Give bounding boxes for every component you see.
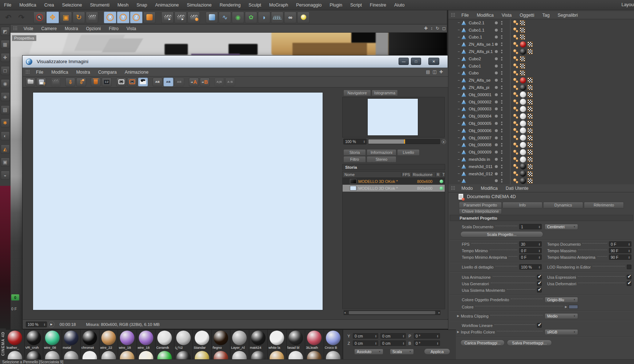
colore-oggetto-dropdown[interactable]: Grigio-Blu <box>545 297 578 303</box>
expand-icon[interactable]: − <box>458 143 461 147</box>
expand-icon[interactable]: − <box>458 35 461 39</box>
phong-tag-icon[interactable] <box>513 85 518 90</box>
phong-tag-icon[interactable] <box>513 63 518 69</box>
expand-icon[interactable]: − <box>458 172 461 176</box>
rot-b-field[interactable]: 0 ° <box>414 340 440 346</box>
sphere-tool-icon[interactable]: ◉ <box>1 79 10 88</box>
history-scrollbar[interactable]: ◂▸ <box>344 310 440 315</box>
expand-icon[interactable]: − <box>458 136 461 140</box>
render-picture-viewer-icon[interactable] <box>174 12 187 23</box>
object-manager-menu-item[interactable]: Oggetti <box>516 13 538 18</box>
menu-item[interactable]: Plugin <box>326 3 346 8</box>
menu-item[interactable]: Aiuto <box>390 3 409 8</box>
object-row[interactable]: − Cubo2 <box>448 55 634 62</box>
uvw-tag-icon[interactable] <box>528 85 533 90</box>
object-row[interactable]: − Obj_000002 <box>448 98 634 106</box>
half-tool-icon[interactable]: ◒ <box>1 171 10 180</box>
phong-tag-icon[interactable] <box>513 135 518 140</box>
material-tag-icon[interactable] <box>520 163 526 169</box>
mograph-icon[interactable]: ✿ <box>245 12 257 23</box>
object-row[interactable]: − ZN_Alfa_pi <box>448 84 634 91</box>
panel-grip-icon[interactable] <box>451 186 455 191</box>
material-tag-icon[interactable] <box>520 178 526 184</box>
visibility-dots[interactable] <box>495 129 509 132</box>
expand-icon[interactable]: − <box>458 114 461 118</box>
object-row[interactable]: − Cubo1 <box>448 62 634 70</box>
scale-tool-icon[interactable]: ▣ <box>60 12 72 23</box>
rot-p-field[interactable]: 0 ° <box>414 333 440 339</box>
visibility-dots[interactable] <box>495 165 509 168</box>
toggle-view-icon[interactable]: ◻ <box>442 26 446 31</box>
phong-tag-icon[interactable] <box>513 106 518 112</box>
expand-layout-icon[interactable]: ✚ <box>439 69 443 74</box>
load-render-icon[interactable]: ⇩ <box>65 78 75 86</box>
viewport-camera-label[interactable]: Prospettiva <box>12 35 36 41</box>
object-row[interactable]: − ZN_Alfa_pi.1 <box>448 48 634 55</box>
frame-tool-icon[interactable]: ◻ <box>1 66 10 75</box>
rotate-view-icon[interactable]: ↻ <box>436 26 439 31</box>
visibility-dots[interactable] <box>495 93 509 97</box>
tab-dynamics[interactable]: Dynamics <box>543 202 583 208</box>
material-swatch[interactable] <box>212 350 231 359</box>
menu-item[interactable]: Strumenti <box>86 3 114 8</box>
expand-icon[interactable]: − <box>458 150 461 154</box>
menu-item[interactable]: Simulazione <box>183 3 215 8</box>
redo-icon[interactable]: ↷ <box>15 12 28 23</box>
material-swatch[interactable]: mat424 <box>249 330 268 350</box>
undo-icon[interactable]: ↶ <box>2 12 15 23</box>
viewport-menu-item[interactable]: Mostra <box>61 26 82 31</box>
visibility-dots[interactable] <box>495 158 509 161</box>
selection-tool-icon[interactable]: ◩ <box>1 27 10 36</box>
tab-filtro[interactable]: Filtro <box>343 156 366 163</box>
viewport-menu-item[interactable]: Opzioni <box>82 26 105 31</box>
material-tag-icon[interactable] <box>520 41 526 48</box>
grid-tool-icon[interactable]: ▦ <box>1 40 10 49</box>
visibility-dots[interactable] <box>495 42 509 46</box>
object-row[interactable]: − ZN_Alfa_se.1 <box>448 41 634 48</box>
object-row[interactable]: − Obj_000005 <box>448 120 634 127</box>
open-image-icon[interactable] <box>25 78 35 86</box>
panel-grip-icon[interactable] <box>451 13 455 17</box>
wrench-tool-icon[interactable]: ✱ <box>1 118 10 127</box>
material-swatch[interactable]: ï¿½2 <box>174 330 193 350</box>
set-image-b-icon[interactable]: B <box>200 78 210 86</box>
diamond-tool-icon[interactable]: ◈ <box>1 92 10 101</box>
panel-grip-icon[interactable] <box>13 26 17 31</box>
swap-ab-icon[interactable]: A|B <box>214 78 224 86</box>
pos-z-field[interactable]: 0 cm <box>353 340 378 346</box>
visibility-dots[interactable] <box>495 78 509 82</box>
phong-tag-icon[interactable] <box>513 178 518 184</box>
visibility-dots[interactable] <box>495 21 509 25</box>
object-row[interactable]: − Cubo1.1 <box>448 26 634 34</box>
visibility-dots[interactable] <box>495 35 509 39</box>
menu-item[interactable]: Crea <box>40 3 58 8</box>
material-tag-icon[interactable] <box>520 171 526 177</box>
material-swatch[interactable] <box>156 350 174 359</box>
expand-icon[interactable]: − <box>458 50 461 54</box>
material-swatch[interactable] <box>6 350 25 359</box>
floor-icon[interactable] <box>271 12 283 23</box>
phong-tag-icon[interactable] <box>513 70 518 76</box>
material-swatch[interactable]: /legno <box>212 330 231 350</box>
material-tag-icon[interactable] <box>520 156 526 163</box>
material-tag-icon[interactable] <box>520 106 526 112</box>
history-row[interactable]: MODELLO 3D OKok * 800x600 <box>343 185 445 192</box>
rendered-image-canvas[interactable] <box>33 92 323 310</box>
expand-icon[interactable]: − <box>458 107 461 111</box>
expand-icon[interactable]: − <box>458 64 461 68</box>
tab-stereo[interactable]: Stereo <box>367 156 396 163</box>
object-row[interactable]: − Cubo.1 <box>448 34 634 41</box>
picture-viewer-menu-item[interactable]: Animazione <box>121 70 152 75</box>
history-row[interactable]: MODELLO 3D OKok * 800x600 <box>343 178 445 185</box>
expand-icon[interactable]: − <box>458 28 461 32</box>
phong-tag-icon[interactable] <box>513 78 518 83</box>
phong-tag-icon[interactable] <box>513 114 518 119</box>
split-layout-icon[interactable]: ◫ <box>433 69 437 74</box>
expand-icon[interactable]: − <box>458 57 461 61</box>
uvw-tag-icon[interactable] <box>528 106 533 111</box>
color-swatch[interactable] <box>569 305 578 309</box>
scrollbar-thumb[interactable] <box>349 311 435 314</box>
menu-item[interactable]: Mesh <box>113 3 133 8</box>
menu-item[interactable]: MoGraph <box>265 3 292 8</box>
material-tag-icon[interactable] <box>520 113 526 119</box>
